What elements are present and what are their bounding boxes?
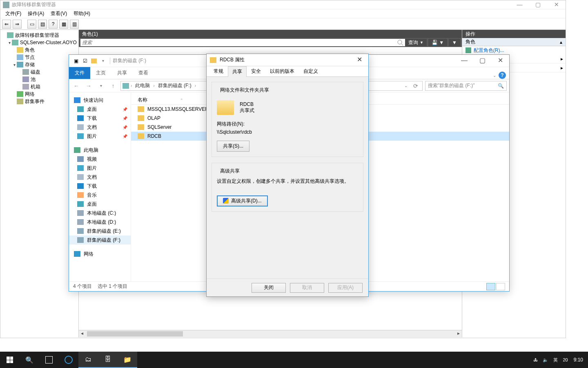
start-button[interactable]	[0, 352, 20, 368]
tray-ime[interactable]: 英	[551, 357, 560, 363]
query-button[interactable]: 查询 ▼	[405, 39, 427, 46]
sidebar-item[interactable]: 群集的磁盘 (F:)	[69, 236, 131, 245]
ribbon-home[interactable]: 主页	[90, 67, 111, 79]
tree-pools[interactable]: 池	[2, 76, 78, 83]
explorer-search[interactable]: 搜索"群集的磁盘 (F:)" 🔍	[425, 81, 507, 91]
main-search-input[interactable]	[80, 39, 405, 46]
tray-network-icon[interactable]: 🖧	[531, 357, 540, 362]
search-button[interactable]: 🔍	[20, 352, 39, 368]
sidebar-item[interactable]: 群集的磁盘 (E:)	[69, 227, 131, 236]
menu-file[interactable]: 文件(F)	[2, 9, 24, 18]
tab-previous-versions[interactable]: 以前的版本	[265, 66, 299, 76]
addr-refresh-icon[interactable]: ⟳	[411, 81, 421, 91]
close-button[interactable]: ✕	[547, 0, 566, 9]
actions-section[interactable]: 角色▴	[462, 38, 566, 46]
sidebar-item-pic[interactable]: 图片📌	[69, 132, 131, 141]
qat-properties-icon[interactable]: ☑	[80, 56, 89, 65]
tree-storage[interactable]: ▾存储	[2, 61, 78, 68]
toolbar-back-icon[interactable]: ⇐	[2, 20, 11, 29]
share-button[interactable]: 共享(S)...	[217, 141, 249, 152]
sidebar-this-pc[interactable]: 此电脑	[69, 146, 131, 155]
addr-dropdown[interactable]: ⌄	[401, 81, 411, 91]
menu-view[interactable]: 查看(V)	[47, 9, 70, 18]
sidebar-item-doc[interactable]: 文档📌	[69, 123, 131, 132]
sidebar-item[interactable]: 视频	[69, 155, 131, 164]
ribbon-share[interactable]: 共享	[111, 67, 133, 79]
music-icon	[77, 192, 84, 198]
view-icons-button[interactable]	[496, 283, 505, 290]
tray-clock[interactable]: 9:10	[570, 357, 586, 363]
tree-disks[interactable]: 磁盘	[2, 68, 78, 76]
close-button[interactable]: 关闭	[252, 283, 286, 293]
tree-events[interactable]: 群集事件	[2, 98, 78, 105]
sidebar-item[interactable]: 音乐	[69, 191, 131, 200]
crumb-drive[interactable]: 群集的磁盘 (F:)	[156, 82, 193, 89]
tree-cluster[interactable]: ▾SQLServer-Cluster.AOYO	[2, 39, 78, 46]
nav-forward[interactable]: →	[84, 81, 94, 91]
toolbar-forward-icon[interactable]: ⇒	[13, 20, 22, 29]
minimize-button[interactable]: —	[510, 0, 529, 9]
tab-customize[interactable]: 自定义	[299, 66, 323, 76]
tray-volume-icon[interactable]: 🔈	[540, 357, 551, 363]
props-titlebar[interactable]: RDCB 属性 ✕	[207, 54, 368, 66]
svg-line-1	[401, 44, 403, 45]
explorer-maximize[interactable]: ▢	[473, 55, 491, 67]
tree-enclosures[interactable]: 机箱	[2, 83, 78, 90]
task-view-button[interactable]	[39, 352, 59, 368]
drive-icon	[122, 83, 129, 89]
toolbar-btn-6[interactable]: ▦	[59, 20, 68, 29]
menu-help[interactable]: 帮助(H)	[70, 9, 94, 18]
toolbar-btn-4[interactable]: ▤	[38, 20, 47, 29]
props-close-button[interactable]: ✕	[350, 54, 368, 66]
tree-root[interactable]: 故障转移群集管理器	[2, 31, 78, 39]
explorer-minimize[interactable]: —	[455, 55, 473, 67]
toolbar-btn-3[interactable]: ▭	[27, 20, 36, 29]
sidebar-item-desk[interactable]: 桌面📌	[69, 105, 131, 114]
tab-security[interactable]: 安全	[247, 66, 265, 76]
tab-sharing[interactable]: 共享	[228, 66, 247, 77]
sidebar-item-dl[interactable]: 下载📌	[69, 114, 131, 123]
sidebar-item[interactable]: 文档	[69, 173, 131, 182]
nav-history[interactable]: ▾	[96, 81, 106, 91]
view-details-button[interactable]	[486, 283, 495, 290]
taskbar-server-manager[interactable]: 🗄	[98, 352, 118, 368]
explorer-system-icon[interactable]: ▣	[71, 56, 80, 65]
sidebar-item[interactable]: 图片	[69, 164, 131, 173]
advanced-sharing-button[interactable]: 高级共享(D)...	[217, 195, 268, 206]
sidebar-network[interactable]: 网络	[69, 249, 131, 258]
sidebar-item[interactable]: 本地磁盘 (C:)	[69, 209, 131, 218]
taskbar-ie[interactable]	[59, 352, 78, 368]
help-icon[interactable]: ?	[499, 72, 506, 79]
crumb-thispc[interactable]: 此电脑	[134, 82, 151, 89]
netpath-value[interactable]: \\Sqlcluster\rdcb	[217, 129, 358, 135]
tree-networks[interactable]: 网络	[2, 90, 78, 98]
save-dropdown[interactable]: 💾 ▼	[428, 39, 447, 46]
ribbon-expand-icon[interactable]: ⌄	[493, 73, 496, 78]
ribbon-file[interactable]: 文件	[69, 67, 90, 79]
sidebar-item[interactable]: 下载	[69, 182, 131, 191]
taskbar-explorer[interactable]: 🗂	[78, 352, 98, 368]
sidebar-item[interactable]: 桌面	[69, 200, 131, 209]
nav-back[interactable]: ←	[71, 81, 81, 91]
sidebar-item[interactable]: 本地磁盘 (D:)	[69, 218, 131, 227]
apply-button[interactable]: 应用(A)	[328, 283, 363, 293]
qat-dropdown[interactable]: ▾	[98, 56, 107, 65]
more-dropdown[interactable]: ▼	[449, 39, 460, 46]
cancel-button[interactable]: 取消	[290, 283, 324, 293]
ribbon-view[interactable]: 查看	[133, 67, 154, 79]
qat-folder-icon[interactable]	[89, 56, 98, 65]
tree-roles[interactable]: 角色	[2, 46, 78, 54]
tree-nodes[interactable]: 节点	[2, 54, 78, 61]
sidebar-quick-access[interactable]: 快速访问	[69, 96, 131, 105]
nav-up[interactable]: ↑	[108, 81, 118, 91]
explorer-close[interactable]: ✕	[491, 55, 509, 67]
main-scrollbar[interactable]: ◂▸	[79, 330, 462, 337]
toolbar-btn-7[interactable]: ▥	[70, 20, 79, 29]
search-icon[interactable]	[397, 39, 403, 46]
maximize-button[interactable]: ▢	[529, 0, 547, 9]
toolbar-btn-5[interactable]: ?	[49, 20, 58, 29]
taskbar-folder[interactable]: 📁	[118, 352, 137, 368]
menu-action[interactable]: 操作(A)	[24, 9, 47, 18]
action-configure-role[interactable]: 配置角色(R)...	[462, 46, 566, 54]
tab-general[interactable]: 常规	[209, 66, 228, 76]
